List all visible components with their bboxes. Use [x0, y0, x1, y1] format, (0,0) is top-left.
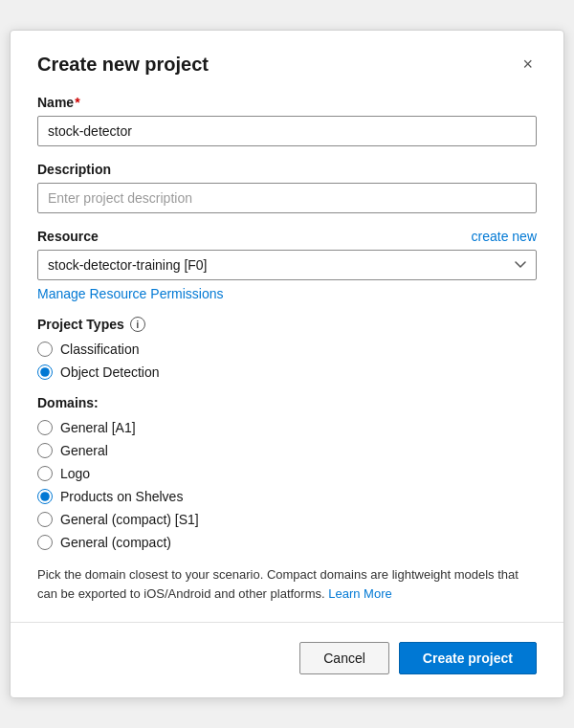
domain-products-on-shelves[interactable]: Products on Shelves	[37, 489, 537, 504]
domain-general-compact-s1[interactable]: General (compact) [S1]	[37, 512, 537, 527]
domain-general-compact[interactable]: General (compact)	[37, 535, 537, 550]
domains-radio-group: General [A1] General Logo Products on Sh…	[37, 420, 537, 550]
radio-item-classification[interactable]: Classification	[37, 342, 537, 357]
close-button[interactable]: ×	[519, 54, 537, 75]
create-project-button[interactable]: Create project	[399, 642, 537, 674]
domain-general-a1[interactable]: General [A1]	[37, 420, 537, 435]
general-compact-radio[interactable]	[37, 535, 53, 550]
resource-header: Resource create new	[37, 229, 537, 244]
general-compact-s1-label: General (compact) [S1]	[60, 512, 199, 527]
object-detection-radio[interactable]	[37, 364, 53, 380]
domain-logo[interactable]: Logo	[37, 466, 537, 481]
required-indicator: *	[75, 95, 79, 110]
description-label: Description	[37, 162, 537, 177]
dialog-footer: Cancel Create project	[37, 638, 537, 674]
domains-label: Domains:	[37, 395, 537, 410]
products-on-shelves-label: Products on Shelves	[60, 489, 183, 504]
resource-select[interactable]: stock-detector-training [F0]	[37, 250, 537, 280]
project-types-section: Project Types i Classification Object De…	[37, 317, 537, 380]
description-note: Pick the domain closest to your scenario…	[37, 565, 537, 603]
name-field-group: Name*	[37, 95, 537, 146]
name-input[interactable]	[37, 116, 537, 146]
domain-general[interactable]: General	[37, 443, 537, 458]
description-field-group: Description	[37, 162, 537, 213]
logo-label: Logo	[60, 466, 90, 481]
project-types-radio-group: Classification Object Detection	[37, 342, 537, 380]
footer-divider	[11, 622, 563, 623]
resource-label: Resource	[37, 229, 99, 244]
resource-field-group: Resource create new stock-detector-train…	[37, 229, 537, 301]
dialog-title: Create new project	[37, 54, 209, 76]
cancel-button[interactable]: Cancel	[299, 642, 389, 674]
logo-radio[interactable]	[37, 466, 53, 481]
general-compact-s1-radio[interactable]	[37, 512, 53, 527]
domains-section: Domains: General [A1] General Logo Produ…	[37, 395, 537, 550]
dialog-header: Create new project ×	[37, 54, 537, 76]
create-project-dialog: Create new project × Name* Description R…	[10, 30, 564, 698]
general-label: General	[60, 443, 108, 458]
classification-label: Classification	[60, 342, 139, 357]
learn-more-link[interactable]: Learn More	[328, 586, 391, 601]
project-types-title: Project Types i	[37, 317, 537, 332]
radio-item-object-detection[interactable]: Object Detection	[37, 364, 537, 380]
create-new-link[interactable]: create new	[472, 229, 537, 244]
general-a1-radio[interactable]	[37, 420, 53, 435]
general-compact-label: General (compact)	[60, 535, 171, 550]
general-a1-label: General [A1]	[60, 420, 136, 435]
name-label: Name*	[37, 95, 537, 110]
object-detection-label: Object Detection	[60, 364, 160, 380]
general-radio[interactable]	[37, 443, 53, 458]
classification-radio[interactable]	[37, 342, 53, 357]
products-on-shelves-radio[interactable]	[37, 489, 53, 504]
info-icon: i	[130, 317, 145, 332]
description-input[interactable]	[37, 183, 537, 213]
manage-permissions-link[interactable]: Manage Resource Permissions	[37, 286, 224, 301]
